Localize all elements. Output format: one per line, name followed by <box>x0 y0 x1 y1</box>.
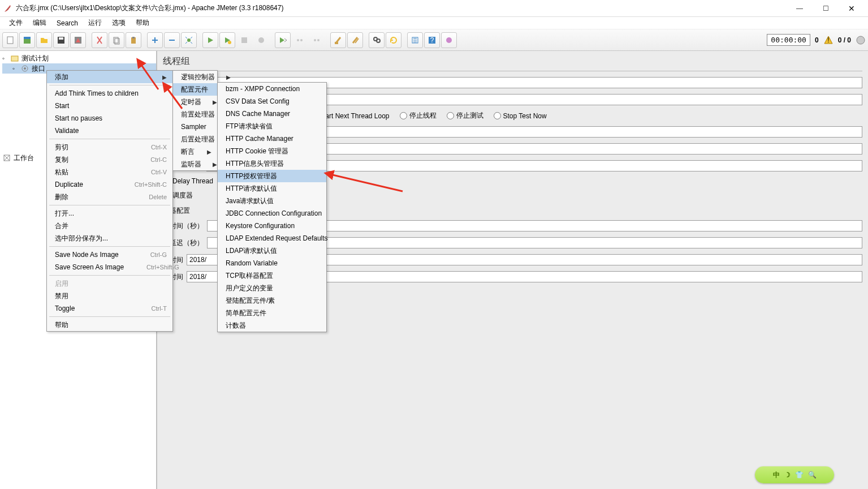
add-submenu-item[interactable]: 后置处理器▶ <box>173 133 217 145</box>
menu-help[interactable]: 帮助 <box>131 17 154 29</box>
ctx-item[interactable]: Validate <box>47 125 172 137</box>
ctx-item[interactable]: 删除Delete <box>47 191 172 203</box>
config-submenu-item[interactable]: CSV Data Set Config <box>218 95 326 108</box>
config-submenu-item[interactable]: LDAP Extended Request Defaults <box>218 232 326 244</box>
svg-point-20 <box>377 39 380 42</box>
ctx-item[interactable]: ToggleCtrl-T <box>47 302 172 315</box>
ctx-item[interactable]: 打开... <box>47 207 172 220</box>
menu-run[interactable]: 运行 <box>84 17 106 29</box>
add-submenu-item[interactable]: 断言▶ <box>173 145 217 158</box>
toggle-button[interactable] <box>181 32 197 48</box>
remote-shutdown-button[interactable] <box>309 32 325 48</box>
svg-rect-0 <box>7 37 13 44</box>
ctx-item[interactable]: Save Screen As ImageCtrl+Shift-G <box>47 261 172 273</box>
ime-icon-search: 🔍 <box>808 471 817 479</box>
reset-search-button[interactable] <box>386 32 401 48</box>
run-button[interactable] <box>202 32 218 48</box>
collapse-button[interactable] <box>164 32 180 48</box>
remote-start-button[interactable] <box>275 32 291 48</box>
thread-count: 0 / 0 <box>835 36 854 44</box>
ime-icon-shirt: 👕 <box>795 471 804 479</box>
status-icon <box>856 35 866 45</box>
open-button[interactable] <box>36 32 52 48</box>
ctx-item[interactable]: DuplicateCtrl+Shift-C <box>47 178 172 191</box>
run-notimers-button[interactable] <box>219 32 235 48</box>
svg-rect-4 <box>59 37 63 40</box>
save-button[interactable] <box>53 32 69 48</box>
error-count: 0 <box>811 36 822 44</box>
toolbar: ? 00:00:00 0 ! 0 / 0 <box>0 29 868 51</box>
radio-stop-now[interactable]: Stop Test Now <box>494 111 547 121</box>
config-submenu-item[interactable]: 计数器 <box>218 319 326 332</box>
config-submenu-item[interactable]: HTTP信息头管理器 <box>218 157 326 170</box>
ctx-item[interactable]: 剪切Ctrl-X <box>47 141 172 153</box>
ctx-item[interactable]: Start no pauses <box>47 112 172 125</box>
menu-edit[interactable]: 编辑 <box>28 17 51 29</box>
config-submenu-item[interactable]: DNS Cache Manager <box>218 108 326 120</box>
shutdown-button[interactable] <box>253 32 269 48</box>
config-submenu-item[interactable]: JDBC Connection Configuration <box>218 207 326 220</box>
copy-button[interactable] <box>109 32 124 48</box>
config-submenu-item[interactable]: HTTP请求默认值 <box>218 182 326 195</box>
svg-point-16 <box>314 39 316 41</box>
svg-rect-2 <box>24 37 31 39</box>
workbench-icon <box>2 153 11 162</box>
paste-button[interactable] <box>126 32 141 48</box>
config-submenu-item[interactable]: Random Variable <box>218 257 326 269</box>
ctx-item[interactable]: 帮助 <box>47 319 172 331</box>
annotation-arrow-2 <box>157 82 191 115</box>
ctx-item[interactable]: 选中部分保存为... <box>47 232 172 244</box>
svg-rect-12 <box>241 37 247 43</box>
stop-button[interactable] <box>236 32 252 48</box>
cut-button[interactable] <box>92 32 107 48</box>
ctx-item[interactable]: 复制Ctrl-C <box>47 153 172 166</box>
save-as-button[interactable] <box>70 32 86 48</box>
config-submenu-item[interactable]: HTTP Cache Manager <box>218 132 326 145</box>
config-submenu-item[interactable]: Keystore Configuration <box>218 220 326 232</box>
svg-point-10 <box>187 38 191 42</box>
maximize-button[interactable]: ☐ <box>813 0 839 17</box>
help-button[interactable]: ? <box>424 32 440 48</box>
config-submenu-item[interactable]: Java请求默认值 <box>218 195 326 207</box>
config-submenu-item[interactable]: 用户定义的变量 <box>218 282 326 294</box>
config-submenu-item[interactable]: HTTP Cookie 管理器 <box>218 145 326 157</box>
tree-root-label: 测试计划 <box>21 54 49 63</box>
ctx-item[interactable]: 合并 <box>47 220 172 232</box>
add-submenu-item[interactable]: 监听器▶ <box>173 158 217 170</box>
search-button[interactable] <box>369 32 385 48</box>
svg-point-26 <box>857 36 865 44</box>
radio-stop-test[interactable]: 停止测试 <box>447 111 483 121</box>
svg-rect-9 <box>132 37 135 38</box>
ctx-item[interactable]: 禁用 <box>47 290 172 302</box>
ctx-item[interactable]: 启用 <box>47 277 172 290</box>
config-submenu-item[interactable]: TCP取样器配置 <box>218 269 326 282</box>
menu-options[interactable]: 选项 <box>107 17 130 29</box>
ime-indicator[interactable]: 中 ☽ 👕 🔍 <box>755 466 834 483</box>
svg-rect-27 <box>11 56 18 61</box>
ctx-item[interactable]: Start <box>47 100 172 112</box>
svg-rect-18 <box>335 42 338 44</box>
clear-all-button[interactable] <box>347 32 363 48</box>
menu-file[interactable]: 文件 <box>5 17 27 29</box>
expand-button[interactable] <box>147 32 163 48</box>
remote-stop-button[interactable] <box>292 32 308 48</box>
templates-button[interactable] <box>19 32 35 48</box>
radio-stop-thread[interactable]: 停止线程 <box>400 111 437 121</box>
ctx-item[interactable]: Save Node As ImageCtrl-G <box>47 248 172 261</box>
svg-point-24 <box>446 37 452 43</box>
config-submenu-item[interactable]: bzm - XMPP Connection <box>218 83 326 95</box>
clear-button[interactable] <box>330 32 346 48</box>
config-submenu-item[interactable]: HTTP授权管理器 <box>218 170 326 182</box>
menu-search[interactable]: Search <box>52 18 83 28</box>
function-helper-button[interactable] <box>407 32 423 48</box>
config-submenu-item[interactable]: LDAP请求默认值 <box>218 244 326 257</box>
ctx-item[interactable]: 粘贴Ctrl-V <box>47 166 172 178</box>
new-button[interactable] <box>2 32 18 48</box>
minimize-button[interactable]: — <box>787 0 813 17</box>
config-submenu-item[interactable]: 登陆配置元件/素 <box>218 294 326 307</box>
config-submenu-item[interactable]: 简单配置元件 <box>218 307 326 319</box>
config-submenu-item[interactable]: FTP请求缺省值 <box>218 120 326 132</box>
add-submenu-item[interactable]: Sampler▶ <box>173 121 217 133</box>
close-button[interactable]: ✕ <box>839 0 865 17</box>
plugins-button[interactable] <box>441 32 457 48</box>
